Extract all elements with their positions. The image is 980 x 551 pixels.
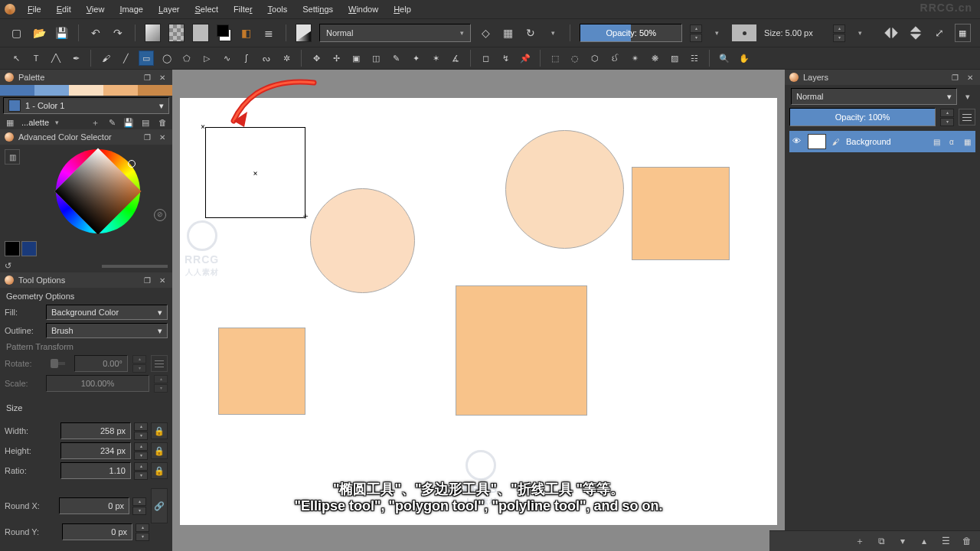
wrap-around-icon[interactable]: ⤢ (932, 24, 946, 41)
fg-bg-colors[interactable] (217, 24, 231, 41)
layer-actions-icon[interactable]: ▤ (931, 136, 942, 147)
height-lock-icon[interactable]: 🔒 (151, 442, 168, 459)
history-back-icon[interactable]: ↺ (5, 261, 11, 271)
roundy-spinner[interactable]: ▴▾ (136, 523, 149, 540)
outline-dropdown[interactable]: Brush ▾ (46, 323, 168, 338)
float-panel-icon[interactable]: ❐ (142, 72, 152, 83)
chevron-down-icon[interactable]: ▾ (710, 24, 724, 41)
smart-fill-tool[interactable]: ✦ (409, 51, 423, 65)
redo-icon[interactable]: ↷ (110, 24, 125, 41)
fill-dropdown[interactable]: Background Color ▾ (46, 305, 168, 320)
select-similar-icon[interactable]: ❋ (648, 51, 662, 65)
visibility-icon[interactable]: 👁 (792, 136, 803, 147)
delete-color-icon[interactable]: 🗑 (157, 117, 168, 128)
select-rectangular-icon[interactable]: ⬚ (548, 51, 562, 65)
brush-tool[interactable]: 🖌 (99, 51, 113, 65)
color-theme-icon[interactable]: ◧ (239, 24, 253, 41)
menu-view[interactable]: View (80, 3, 111, 15)
layer-opacity-spinner[interactable]: ▴▾ (940, 109, 954, 126)
chevron-down-icon[interactable]: ▾ (853, 24, 867, 41)
select-rect-tool[interactable]: ◻ (479, 51, 492, 65)
ratio-input[interactable]: 1.10 (60, 462, 131, 479)
close-icon[interactable]: ✕ (157, 132, 168, 142)
fg-bg-swatches[interactable] (0, 238, 172, 259)
polyline-tool[interactable]: ▷ (200, 51, 214, 65)
alpha-lock-icon[interactable]: ▦ (962, 136, 972, 147)
layer-blend-dropdown[interactable]: Normal ▾ (791, 88, 957, 105)
float-panel-icon[interactable]: ❐ (142, 275, 152, 285)
pan-tool[interactable]: ✋ (737, 51, 751, 65)
multibrush-tool[interactable]: ✲ (279, 51, 293, 65)
menu-tools[interactable]: Tools (262, 3, 294, 15)
close-icon[interactable]: ✕ (157, 72, 168, 83)
width-lock-icon[interactable]: 🔒 (151, 422, 168, 439)
workspace-chooser-icon[interactable]: ▦ (955, 24, 971, 42)
reference-tool[interactable]: 📌 (518, 51, 532, 65)
opacity-slider[interactable]: Opacity: 50% (580, 24, 682, 42)
clear-color-icon[interactable]: ⊘ (154, 209, 166, 221)
layer-options-menu-icon[interactable] (959, 109, 975, 126)
mirror-vertical-icon[interactable] (907, 24, 924, 41)
roundx-spinner[interactable]: ▴▾ (132, 497, 146, 514)
line-tool[interactable]: ╱ (119, 51, 132, 65)
float-panel-icon[interactable]: ❐ (142, 132, 152, 142)
select-polygonal-icon[interactable]: ⬡ (588, 51, 602, 65)
undo-icon[interactable]: ↶ (88, 24, 103, 41)
menu-layer[interactable]: Layer (152, 3, 186, 15)
save-file-icon[interactable]: 💾 (54, 24, 69, 41)
move-tool[interactable]: ↖ (9, 51, 23, 65)
canvas-area[interactable]: RRCG 人人素材 RRCG 人人素材 × × ＋ (172, 70, 785, 551)
width-spinner[interactable]: ▴▾ (134, 422, 148, 439)
layer-properties-icon[interactable]: ☰ (940, 536, 951, 546)
brush-size-thumb[interactable] (732, 24, 756, 41)
float-panel-icon[interactable]: ❐ (949, 72, 960, 83)
move-layer-up-icon[interactable]: ▴ (919, 536, 929, 546)
alpha-inherit-icon[interactable]: α (946, 136, 957, 147)
bezier-tool[interactable]: ∿ (220, 51, 234, 65)
reload-icon[interactable]: ↻ (524, 24, 538, 41)
roundy-input[interactable]: 0 px (62, 523, 132, 540)
roundx-input[interactable]: 0 px (59, 497, 129, 514)
height-input[interactable]: 234 px (60, 442, 131, 459)
close-icon[interactable]: ✕ (157, 275, 168, 285)
menu-settings[interactable]: Settings (296, 3, 339, 15)
rectangle-tool[interactable]: ▭ (139, 51, 154, 66)
calligraphy-tool[interactable]: ✒ (69, 51, 83, 65)
blend-mode-dropdown[interactable]: Normal ▾ (319, 24, 471, 42)
ratio-lock-icon[interactable]: 🔒 (151, 462, 168, 479)
select-elliptical-icon[interactable]: ◌ (568, 51, 582, 65)
crop-tool[interactable]: ▣ (349, 51, 363, 65)
menu-window[interactable]: Window (342, 3, 384, 15)
move-layer-tool[interactable]: ✢ (329, 51, 343, 65)
rotate-menu-icon[interactable] (151, 355, 168, 372)
duplicate-layer-icon[interactable]: ⧉ (876, 536, 887, 546)
delete-layer-icon[interactable]: 🗑 (962, 536, 972, 546)
assistant-tool[interactable]: ✶ (429, 51, 443, 65)
select-path-tool[interactable]: ↯ (498, 51, 512, 65)
mirror-horizontal-icon[interactable] (883, 24, 900, 41)
select-magnetic-icon[interactable]: ☷ (688, 51, 701, 65)
edit-color-icon[interactable]: ✎ (106, 117, 117, 128)
menu-file[interactable]: File (21, 3, 47, 15)
gradient-swatch[interactable] (145, 24, 161, 42)
chevron-down-icon[interactable]: ▾ (55, 119, 59, 126)
brush-preview[interactable] (296, 24, 312, 42)
layer-opacity-slider[interactable]: Opacity: 100% (789, 108, 936, 126)
open-file-icon[interactable]: 📂 (31, 24, 46, 41)
menu-filter[interactable]: Filter (227, 3, 258, 15)
save-palette-icon[interactable]: 💾 (123, 117, 134, 128)
drawing-rectangle[interactable]: × × ＋ (205, 127, 305, 218)
menu-select[interactable]: Select (189, 3, 225, 15)
menu-edit[interactable]: Edit (51, 3, 77, 15)
close-icon[interactable]: ✕ (965, 72, 975, 83)
new-file-icon[interactable]: ▢ (9, 24, 24, 41)
height-spinner[interactable]: ▴▾ (134, 442, 148, 459)
menu-help[interactable]: Help (387, 3, 417, 15)
alpha-lock-icon[interactable]: ▦ (501, 24, 515, 41)
ellipse-tool[interactable]: ◯ (160, 51, 174, 65)
acs-layout-icon[interactable]: ▥ (5, 149, 20, 165)
text-tool[interactable]: T (29, 51, 43, 65)
freehand-path-tool[interactable]: ʃ (240, 51, 253, 65)
edit-shapes-tool[interactable] (49, 51, 63, 65)
foreground-color[interactable] (5, 241, 20, 256)
